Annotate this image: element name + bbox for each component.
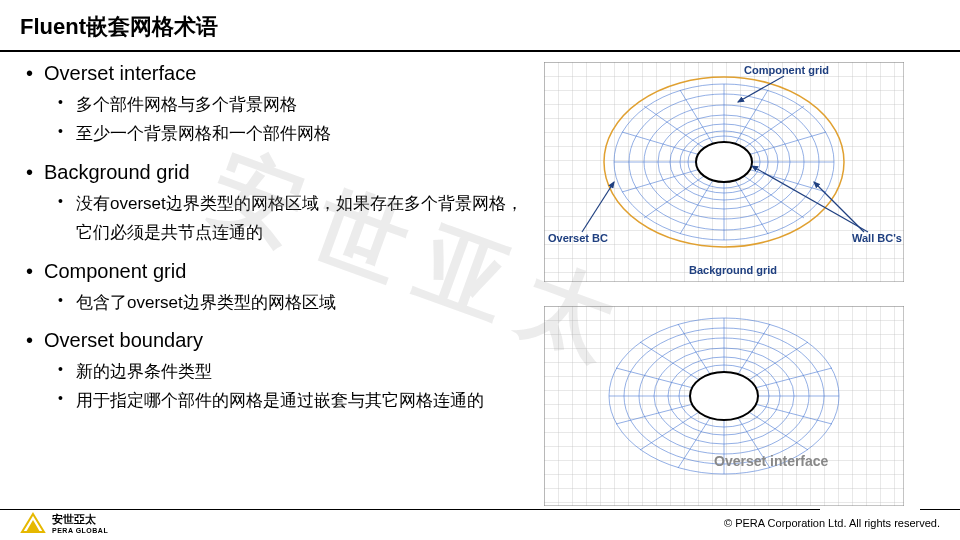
bullet-heading: Overset interface <box>20 62 534 85</box>
bullet-list: Overset interface 多个部件网格与多个背景网格 至少一个背景网格… <box>20 62 534 416</box>
content-wrap: Overset interface 多个部件网格与多个背景网格 至少一个背景网格… <box>0 62 960 530</box>
svg-point-18 <box>696 142 752 182</box>
label-background-grid: Background grid <box>689 264 777 276</box>
label-overset-interface: Overset interface <box>714 453 829 469</box>
diagram-top: Component grid Overset BC Wall BC's Back… <box>544 62 940 286</box>
list-item: Background grid 没有overset边界类型的网格区域，如果存在多… <box>20 161 534 248</box>
bullet-heading: Overset boundary <box>20 329 534 352</box>
footer: 安世亞太 PERA GLOBAL © PERA Corporation Ltd.… <box>0 512 960 534</box>
footer-rule <box>0 509 820 510</box>
sub-item: 没有overset边界类型的网格区域，如果存在多个背景网格，它们必须是共节点连通… <box>20 190 534 248</box>
label-component-grid: Component grid <box>744 64 829 76</box>
logo-icon <box>20 512 46 534</box>
list-item: Overset boundary 新的边界条件类型 用于指定哪个部件的网格是通过… <box>20 329 534 416</box>
footer-rule-right <box>920 509 960 510</box>
diagram-bottom: Overset interface <box>544 306 940 510</box>
sub-item: 包含了overset边界类型的网格区域 <box>20 289 534 318</box>
sub-item: 多个部件网格与多个背景网格 <box>20 91 534 120</box>
sub-item: 至少一个背景网格和一个部件网格 <box>20 120 534 149</box>
bullet-heading: Component grid <box>20 260 534 283</box>
copyright: © PERA Corporation Ltd. All rights reser… <box>724 517 940 529</box>
right-column: Component grid Overset BC Wall BC's Back… <box>544 62 940 530</box>
left-column: Overset interface 多个部件网格与多个背景网格 至少一个背景网格… <box>20 62 544 530</box>
logo-text-main: 安世亞太 <box>52 513 96 525</box>
slide-title: Fluent嵌套网格术语 <box>0 0 960 52</box>
logo-text-sub: PERA GLOBAL <box>52 527 108 534</box>
label-overset-bc: Overset BC <box>548 232 608 244</box>
label-wall-bc: Wall BC's <box>852 232 902 244</box>
list-item: Component grid 包含了overset边界类型的网格区域 <box>20 260 534 318</box>
sub-item: 用于指定哪个部件的网格是通过嵌套与其它网格连通的 <box>20 387 534 416</box>
logo: 安世亞太 PERA GLOBAL <box>20 512 108 534</box>
sub-item: 新的边界条件类型 <box>20 358 534 387</box>
svg-point-34 <box>690 372 758 420</box>
list-item: Overset interface 多个部件网格与多个背景网格 至少一个背景网格… <box>20 62 534 149</box>
bullet-heading: Background grid <box>20 161 534 184</box>
